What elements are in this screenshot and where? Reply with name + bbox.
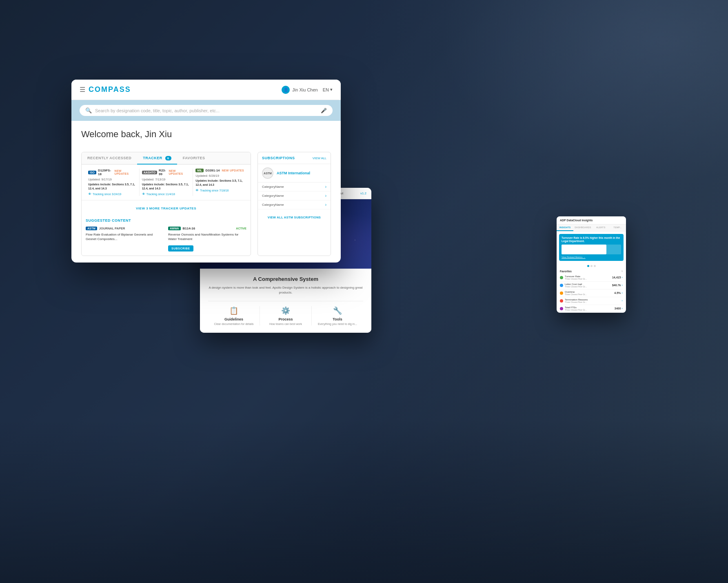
eye-icon-mil: 👁 — [195, 189, 199, 192]
metric-info-labor: Labor Cost /sqd Three Closest Peer Gr... — [565, 283, 612, 288]
tracker-card-iso: ISO D129FS-18 NEW UPDATES Updated: 9/17/… — [86, 169, 139, 196]
turnover-chevron-icon: › — [621, 276, 623, 279]
chevron-right-icon-1: › — [325, 185, 326, 189]
hamburger-icon[interactable]: ☰ — [80, 86, 85, 93]
welcome-section: Welcome back, Jin Xiu — [71, 121, 341, 152]
adp-header: ADP DataCloud Insights — [557, 216, 626, 225]
suggested-content-section: SUGGESTED CONTENT ASTM JOURNAL PAPER Flo… — [82, 214, 251, 256]
termination-dot — [560, 299, 563, 303]
subscriptions-sidebar: SUBSCRIPTIONS VIEW ALL ASTM ASTM Interna… — [257, 152, 331, 256]
metric-row-overtime: Overtime Three Closest Peer Gr... 4.5% › — [560, 289, 623, 297]
sub-category-row-3[interactable]: CategoryName › — [258, 200, 331, 209]
sub-category-name-1: CategoryName — [262, 185, 284, 189]
aashto-new-updates: NEW UPDATES — [169, 169, 190, 175]
tab-favorites[interactable]: FAVORITES — [177, 152, 211, 164]
lang-selector[interactable]: EN ▾ — [323, 87, 333, 92]
adp-tab-insights[interactable]: INSIGHTS — [557, 225, 573, 231]
adp-notification: Turnover Rate is 8.5% higher this month … — [559, 234, 624, 261]
process-desc: How teams can best work — [264, 323, 307, 325]
tabs-section: RECENTLY ACCESSED TRACKER 6 FAVORITES IS… — [81, 152, 251, 256]
sub-category-name-3: CategoryName — [262, 203, 284, 207]
overtime-chevron-icon: › — [621, 291, 623, 295]
ftes-value: 3400 — [615, 307, 621, 310]
mil-new-updates: NEW UPDATES — [222, 169, 244, 172]
sug-card-header-awwa: AWWA B114-16 ACTIVE — [168, 227, 246, 230]
adp-notif-title: Turnover Rate is 8.5% higher this month … — [562, 236, 621, 243]
card-header-mil: MIL D3391-14 NEW UPDATES — [195, 169, 244, 172]
adp-notif-link[interactable]: View Related Metrics → — [562, 256, 621, 258]
mil-badge: MIL — [195, 169, 204, 172]
background-highlight — [402, 0, 728, 204]
chevron-right-icon-3: › — [325, 202, 326, 207]
aashto-code: R23-99 — [159, 169, 169, 176]
sug-astm-type: JOURNAL PAPER — [99, 227, 125, 230]
metric-info-turnover: Turnover Rate Three Closest Peer Gr... — [565, 275, 612, 280]
metric-info-ftes: Total FTEs Three Closest Peer Gr... — [565, 306, 615, 311]
view-more-link[interactable]: VIEW 3 MORE TRACKER UPDATES — [136, 207, 196, 210]
sub-category-row-2[interactable]: CategoryName › — [258, 191, 331, 200]
mil-tracking: 👁 Tracking since 7/18/16 — [195, 189, 244, 192]
tools-icon: 🔧 — [316, 306, 359, 315]
adp-tab-dashboards[interactable]: DASHBOARDS — [573, 225, 593, 231]
adp-tabs: INSIGHTS DASHBOARDS ALERTS TEMP... — [557, 225, 626, 231]
metric-info-termination: Termination Reasons Three Closest Peer G… — [565, 298, 621, 303]
view-all-astm: VIEW ALL ASTM SUBSCRIPTIONS — [258, 209, 331, 223]
ftes-sub: Three Closest Peer Gr... — [565, 309, 615, 311]
org-logo: ASTM — [262, 167, 273, 179]
suggested-content-title: SUGGESTED CONTENT — [86, 218, 246, 223]
iso-tracking: 👁 Tracking since 3/24/19 — [88, 192, 137, 196]
labor-value: $40.7k — [612, 284, 621, 287]
sug-astm-title: Flow Rate Evaluation of Biplanar Geonets… — [86, 232, 164, 241]
adp-phone-mockup: ADP DataCloud Insights INSIGHTS DASHBOAR… — [557, 216, 626, 313]
apollo-section-title: A Comprehensive System — [208, 276, 363, 282]
guidelines-name: Guidelines — [212, 317, 255, 321]
user-info[interactable]: 👤 Jin Xiu Chen — [282, 86, 317, 94]
view-all-astm-link[interactable]: VIEW ALL ASTM SUBSCRIPTIONS — [268, 216, 321, 219]
card-header-aashto: AASHTO R23-99 NEW UPDATES — [142, 169, 191, 176]
tools-name: Tools — [316, 317, 359, 321]
adp-notif-bar-fill — [562, 245, 606, 254]
adp-dot-2 — [590, 265, 593, 267]
adp-tab-alerts[interactable]: ALERTS — [593, 225, 609, 231]
sug-awwa-title: Reverse Osmosis and Nanofiltration Syste… — [168, 232, 246, 241]
metric-row-ftes: Total FTEs Three Closest Peer Gr... 3400… — [560, 305, 623, 313]
subscriptions-header: SUBSCRIPTIONS VIEW ALL — [258, 152, 331, 164]
turnover-value: 14,415 — [612, 276, 621, 279]
overtime-sub: Three Closest Peer Gr... — [565, 293, 614, 296]
search-input-wrap[interactable]: 🔍 Search by designation code, title, top… — [80, 105, 333, 116]
apollo-content: A Comprehensive System A design system i… — [200, 269, 371, 333]
mil-date: Updated: 6/28/19 — [195, 174, 244, 178]
iso-code: D129FS-18 — [98, 169, 114, 176]
compass-header: ☰ COMPASS 👤 Jin Xiu Chen EN ▾ — [71, 80, 341, 100]
adp-tab-temp[interactable]: TEMP... — [609, 225, 626, 231]
subscriptions-org: ASTM ASTM International — [258, 164, 331, 182]
sug-awwa-status: ACTIVE — [236, 227, 246, 230]
mic-icon[interactable]: 🎤 — [321, 108, 327, 113]
overtime-dot — [560, 292, 563, 295]
user-name: Jin Xiu Chen — [292, 87, 317, 92]
welcome-title: Welcome back, Jin Xiu — [81, 129, 331, 140]
tracker-card-aashto: AASHTO R23-99 NEW UPDATES Updated: 7/13/… — [139, 169, 193, 196]
guidelines-desc: Clear documentation for details — [212, 323, 255, 325]
compass-desktop-mockup: ☰ COMPASS 👤 Jin Xiu Chen EN ▾ 🔍 Search b… — [71, 80, 341, 263]
adp-dot-3 — [594, 265, 596, 267]
lang-text: EN — [323, 87, 329, 92]
main-content: RECENTLY ACCESSED TRACKER 6 FAVORITES IS… — [71, 152, 341, 263]
search-bar-section: 🔍 Search by designation code, title, top… — [71, 100, 341, 121]
header-right: 👤 Jin Xiu Chen EN ▾ — [282, 86, 333, 94]
chevron-right-icon-2: › — [325, 194, 326, 198]
compass-logo-area: ☰ COMPASS — [80, 85, 131, 94]
tab-tracker[interactable]: TRACKER 6 — [137, 152, 177, 165]
subscriptions-view-all[interactable]: VIEW ALL — [313, 156, 326, 160]
apollo-section-desc: A design system is more than look and fe… — [208, 285, 363, 295]
sub-category-row-1[interactable]: CategoryName › — [258, 182, 331, 191]
eye-icon-iso: 👁 — [88, 192, 91, 196]
tab-recently-accessed[interactable]: RECENTLY ACCESSED — [82, 152, 137, 164]
adp-metrics: Turnover Rate Three Closest Peer Gr... 1… — [557, 274, 626, 313]
sug-card-header-astm: ASTM JOURNAL PAPER — [86, 227, 164, 230]
subscribe-button[interactable]: SUBSCRIBE — [168, 245, 193, 251]
eye-icon-aashto: 👁 — [142, 192, 145, 196]
sub-category-name-2: CategoryName — [262, 194, 284, 198]
iso-date: Updated: 9/17/19 — [88, 178, 137, 181]
sug-awwa-badge: AWWA — [168, 227, 181, 230]
